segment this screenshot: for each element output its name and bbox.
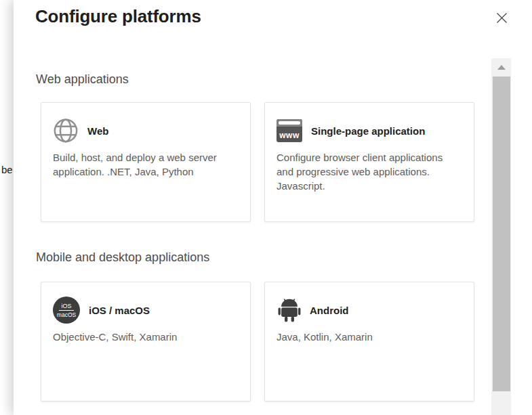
card-header: Web <box>53 118 239 144</box>
scrollbar-up-button[interactable] <box>491 58 511 73</box>
platform-card-title: Single-page application <box>311 125 425 137</box>
screen: be Configure platforms Web applications <box>0 0 532 415</box>
platform-card-title: Web <box>87 125 108 137</box>
ios-macos-badge-icon: iOS macOS <box>53 297 80 324</box>
android-robot-icon <box>278 297 301 323</box>
page-title: Configure platforms <box>35 4 201 28</box>
platform-card-title: Android <box>310 305 349 316</box>
platform-card-description: Objective-C, Swift, Xamarin <box>53 330 239 344</box>
close-icon <box>496 16 508 26</box>
background-page: be <box>0 0 14 415</box>
mobile-desktop-card-row: iOS macOS iOS / macOS Objective-C, Swift… <box>41 282 474 401</box>
card-header: iOS macOS iOS / macOS <box>53 297 239 323</box>
scrollbar[interactable] <box>491 58 511 415</box>
globe-icon <box>53 118 79 144</box>
macos-label: macOS <box>57 311 76 318</box>
platform-card-ios-macos[interactable]: iOS macOS iOS / macOS Objective-C, Swift… <box>41 282 251 401</box>
browser-address-bar <box>279 121 300 125</box>
platform-card-title: iOS / macOS <box>89 305 150 316</box>
ios-label: iOS <box>61 303 71 309</box>
platform-card-android[interactable]: Android Java, Kotlin, Xamarin <box>264 282 474 401</box>
close-button[interactable] <box>491 8 512 28</box>
badge-divider <box>59 310 74 311</box>
card-header: www Single-page application <box>277 118 462 144</box>
platform-card-description: Build, host, and deploy a web server app… <box>53 150 239 179</box>
section-heading-mobile-desktop-applications: Mobile and desktop applications <box>36 249 209 265</box>
card-header: Android <box>277 297 462 323</box>
platform-card-description: Configure browser client applications an… <box>277 150 462 193</box>
platform-card-description: Java, Kotlin, Xamarin <box>277 330 462 344</box>
browser-www-icon: www <box>277 119 302 142</box>
web-applications-card-row: Web Build, host, and deploy a web server… <box>41 102 474 222</box>
www-label: www <box>277 130 302 141</box>
scrollbar-thumb[interactable] <box>493 77 510 391</box>
platform-card-web[interactable]: Web Build, host, and deploy a web server… <box>41 102 251 222</box>
background-clipped-text: be <box>1 164 13 175</box>
scrollbar-up-arrow-icon <box>497 65 506 70</box>
platform-card-single-page-application[interactable]: www Single-page application Configure br… <box>264 102 474 222</box>
configure-platforms-panel: Configure platforms Web applications <box>14 0 532 415</box>
section-heading-web-applications: Web applications <box>36 71 129 87</box>
